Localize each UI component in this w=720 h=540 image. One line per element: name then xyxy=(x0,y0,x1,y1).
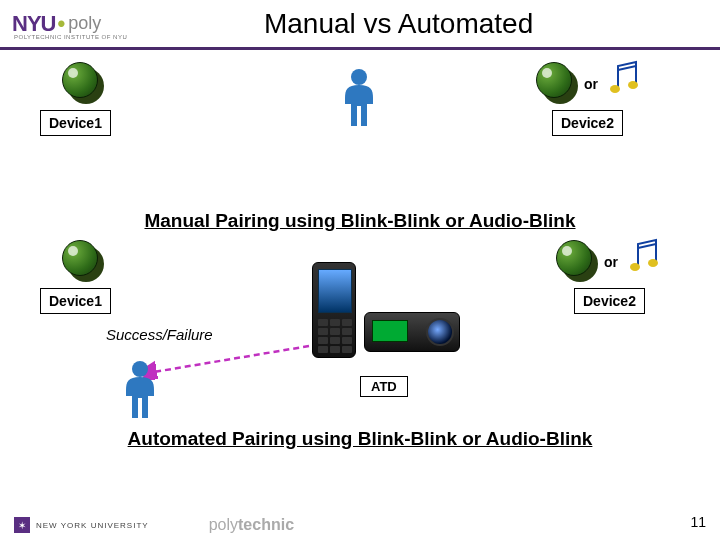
device2-label: Device2 xyxy=(574,288,645,314)
logo-subtitle: POLYTECHNIC INSTITUTE OF NYU xyxy=(14,34,127,40)
camera-icon xyxy=(364,304,464,352)
device1-label: Device1 xyxy=(40,110,111,136)
music-notes-icon xyxy=(608,58,642,98)
or-label: or xyxy=(604,254,618,270)
device2-label: Device2 xyxy=(552,110,623,136)
nyu-text: NYU xyxy=(12,11,55,37)
automated-caption: Automated Pairing using Blink-Blink or A… xyxy=(0,428,720,450)
device1-label: Device1 xyxy=(40,288,111,314)
led-orb-icon xyxy=(556,240,598,282)
atd-label: ATD xyxy=(360,376,408,397)
svg-point-3 xyxy=(630,263,640,271)
svg-point-4 xyxy=(648,259,658,267)
nyu-footer-text: NEW YORK UNIVERSITY xyxy=(36,521,149,530)
phone-icon xyxy=(312,262,360,362)
header: NYU • poly POLYTECHNIC INSTITUTE OF NYU … xyxy=(0,0,720,50)
manual-section: or Device1 Device2 xyxy=(0,50,720,210)
or-label: or xyxy=(584,76,598,92)
manual-caption: Manual Pairing using Blink-Blink or Audi… xyxy=(0,210,720,232)
footer: ✶ NEW YORK UNIVERSITY polytechnic xyxy=(0,516,720,534)
polytechnic-logo: polytechnic xyxy=(209,516,294,534)
automated-section: or Device1 Device2 Success/Failure xyxy=(0,232,720,422)
person-icon xyxy=(334,68,384,132)
person-icon xyxy=(115,360,165,424)
nyu-badge-icon: ✶ xyxy=(14,517,30,533)
music-notes-icon xyxy=(628,236,662,276)
svg-point-0 xyxy=(610,85,620,93)
page-number: 11 xyxy=(690,514,706,530)
led-orb-icon xyxy=(62,240,104,282)
svg-point-6 xyxy=(132,361,148,377)
led-orb-icon xyxy=(62,62,104,104)
svg-point-2 xyxy=(351,69,367,85)
svg-line-5 xyxy=(142,346,309,374)
slide-title: Manual vs Automated xyxy=(77,8,720,40)
svg-point-1 xyxy=(628,81,638,89)
led-orb-icon xyxy=(536,62,578,104)
logo-dot: • xyxy=(57,11,65,37)
